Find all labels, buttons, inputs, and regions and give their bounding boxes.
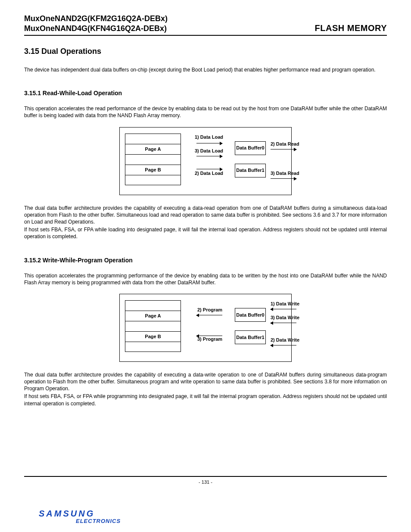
mem-row-blank-top <box>125 134 181 144</box>
d2-label-write1: 1) Data Write <box>271 301 299 306</box>
data-buffer-0: Data Buffer0 <box>235 141 266 155</box>
buf1-label: Data Buffer1 <box>236 168 264 173</box>
section-intro: The device has independent dual data buf… <box>24 66 387 73</box>
diagram-2-wrap: Page A Page B Data Buffer0 Data Buffer1 … <box>24 294 387 362</box>
d1-label-read2: 2) Data Read <box>271 141 299 146</box>
buf0-label: Data Buffer0 <box>236 145 264 151</box>
d2-label-write2: 2) Data Write <box>271 337 299 342</box>
d2-data-buffer-0: Data Buffer0 <box>235 308 266 322</box>
d1-arrow-read2 <box>271 149 296 149</box>
logo-main: SAMSUNG <box>39 509 121 519</box>
header-line2: MuxOneNAND4G(KFN4G16Q2A-DEBx) <box>24 24 168 34</box>
d1-arrow-read3 <box>271 178 296 179</box>
d2-mem-row-blank-mid <box>125 321 181 331</box>
d1-arrow-load1 <box>196 143 222 143</box>
data-buffer-1: Data Buffer1 <box>235 164 266 177</box>
d2-label-prog2: 2) Program <box>197 307 222 312</box>
sub2-p3: If host sets FBA, FSA, or FPA while prog… <box>24 393 387 407</box>
d2-page-b-label: Page B <box>145 334 161 339</box>
d2-mem-row-blank-top <box>125 300 181 311</box>
section-title: 3.15 Dual Operations <box>24 47 387 56</box>
diagram-read-while-load: Page A Page B Data Buffer0 Data Buffer1 … <box>119 127 292 195</box>
d2-arrow-prog2 <box>196 315 222 315</box>
sub2-p1: This operation accelerates the programmi… <box>24 272 387 286</box>
sub2-p2: The dual data buffer architecture provid… <box>24 371 387 392</box>
d2-arrow-prog3 <box>196 336 222 336</box>
footer-rule <box>24 476 387 477</box>
d2-mem-row-page-a: Page A <box>125 311 181 321</box>
mem-row-page-a: Page A <box>125 144 181 154</box>
d1-label-load3: 3) Data Load <box>195 148 223 153</box>
logo-oval-icon <box>33 507 104 520</box>
d1-label-read3: 3) Data Read <box>271 171 299 176</box>
d2-buf1-label: Data Buffer1 <box>236 335 264 340</box>
page-header: MuxOneNAND2G(KFM2G16Q2A-DEBx) MuxOneNAND… <box>24 14 387 36</box>
d2-arrow-write1 <box>271 309 296 309</box>
d2-mem-row-page-b: Page B <box>125 331 181 342</box>
sub1-p3: If host sets FBA, FSA, or FPA while load… <box>24 226 387 240</box>
d2-label-write3: 3) Data Write <box>271 315 299 320</box>
page-a-label: Page A <box>145 146 161 152</box>
subsection-2-title: 3.15.2 Write-While-Program Operation <box>24 257 387 264</box>
sub1-p1: This operation accelerates the read perf… <box>24 105 387 119</box>
diagram-write-while-program: Page A Page B Data Buffer0 Data Buffer1 … <box>119 294 292 362</box>
d2-arrow-write3 <box>271 323 296 323</box>
d2-buf0-label: Data Buffer0 <box>236 312 264 318</box>
header-line1: MuxOneNAND2G(KFM2G16Q2A-DEBx) <box>24 14 168 24</box>
d2-page-a-label: Page A <box>145 313 161 319</box>
mem-row-blank-mid <box>125 154 181 165</box>
subsection-1-title: 3.15.1 Read-While-Load Operation <box>24 90 387 96</box>
d1-label-load2: 2) Data Load <box>195 171 223 176</box>
logo: SAMSUNG ELECTRONICS <box>39 509 121 524</box>
d2-mem-row-blank-bot <box>125 342 181 352</box>
header-left: MuxOneNAND2G(KFM2G16Q2A-DEBx) MuxOneNAND… <box>24 14 168 33</box>
d2-data-buffer-1: Data Buffer1 <box>235 330 266 344</box>
page-b-label: Page B <box>145 167 161 173</box>
d1-arrow-load2 <box>196 169 222 169</box>
d1-arrow-load3 <box>196 156 222 156</box>
mem-row-page-b: Page B <box>125 165 181 175</box>
header-right: FLASH MEMORY <box>315 23 387 33</box>
diagram-1-wrap: Page A Page B Data Buffer0 Data Buffer1 … <box>24 127 387 195</box>
d2-label-prog3: 3) Program <box>197 336 222 342</box>
page-number: - 131 - <box>24 479 387 485</box>
mem-row-blank-bot <box>125 175 181 185</box>
page: MuxOneNAND2G(KFM2G16Q2A-DEBx) MuxOneNAND… <box>0 0 411 532</box>
d2-arrow-write2 <box>271 345 296 345</box>
sub1-p2: The dual data buffer architecture provid… <box>24 205 387 226</box>
d1-label-load1: 1) Data Load <box>195 134 223 140</box>
